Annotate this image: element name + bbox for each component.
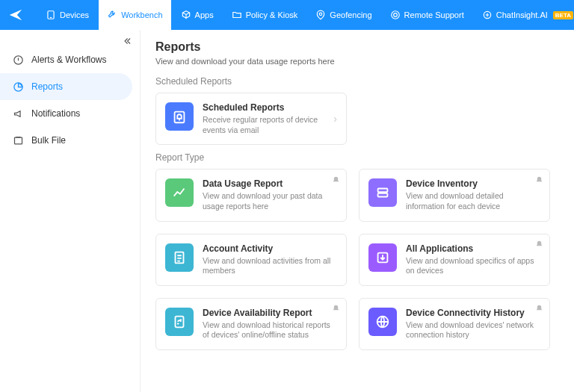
lifering-icon [390,10,401,20]
card-data-usage[interactable]: Data Usage Report View and download your… [155,169,347,221]
nav-label: ChatInsight.AI [496,10,548,19]
card-desc: View and download historical reports of … [203,320,337,340]
bell-add-icon[interactable] [330,303,342,315]
card-title: Scheduled Reports [203,102,324,113]
svg-point-2 [320,13,323,16]
bell-add-icon[interactable] [533,174,545,186]
section-report-type: Report Type [155,152,559,163]
sidebar-item-label: Bulk File [31,135,66,146]
card-title: Data Usage Report [203,178,337,189]
calendar-bell-icon [165,102,194,131]
svg-rect-9 [175,112,185,123]
bell-add-icon[interactable] [533,303,545,315]
sidebar-item-reports[interactable]: Reports [0,73,132,100]
beta-badge: BETA [553,11,573,19]
page-title: Reports [155,40,559,54]
refresh-icon [165,308,194,336]
cube-icon [181,10,191,20]
nav-workbench[interactable]: Workbench [99,0,170,30]
sidebar-item-label: Notifications [31,108,80,119]
svg-rect-8 [14,137,22,144]
download-icon [368,243,397,272]
nav-policy[interactable]: Policy & Kiosk [223,0,306,30]
topbar: Devices Workbench Apps Policy & Kiosk Ge… [0,0,574,30]
sidebar-item-label: Alerts & Workflows [31,55,106,65]
main-content: Reports View and download your data usag… [141,30,574,392]
logo[interactable] [7,4,24,26]
folder-icon [232,10,242,20]
bell-add-icon[interactable] [330,174,342,186]
card-title: Device Availability Report [203,308,337,318]
nav-label: Policy & Kiosk [246,10,298,19]
sparkle-icon [482,10,493,20]
nav-chatinsight[interactable]: ChatInsight.AI BETA [474,0,574,30]
nav-remote-support[interactable]: Remote Support [382,0,472,30]
bell-add-icon[interactable] [533,239,545,251]
nav-devices[interactable]: Devices [37,0,97,30]
file-icon [12,134,24,146]
card-desc: Receive regular reports of device events… [203,115,324,135]
wrench-icon [107,10,117,20]
nav-label: Remote Support [404,10,464,19]
sidebar-item-alerts[interactable]: Alerts & Workflows [0,46,140,73]
megaphone-icon [12,108,24,119]
server-icon [368,178,397,207]
card-desc: View and download your past data usage r… [203,191,337,211]
card-device-connectivity[interactable]: Device Connectivity History View and dow… [359,298,550,350]
svg-rect-11 [378,193,388,197]
svg-point-4 [393,13,397,17]
collapse-sidebar-button[interactable] [120,34,134,48]
card-all-applications[interactable]: All Applications View and download speci… [359,234,550,286]
chart-icon [165,178,194,207]
card-desc: View and download detailed information f… [406,191,540,211]
section-scheduled: Scheduled Reports [155,76,559,87]
card-account-activity[interactable]: Account Activity View and download activ… [155,234,347,286]
sidebar: Alerts & Workflows Reports Notifications… [0,30,141,392]
report-icon [12,81,24,93]
tablet-icon [46,10,56,20]
location-icon [315,10,326,20]
card-title: Device Inventory [406,178,540,189]
alert-icon [12,54,24,66]
card-scheduled-reports[interactable]: Scheduled Reports Receive regular report… [155,93,347,145]
card-title: Account Activity [203,243,337,254]
card-device-inventory[interactable]: Device Inventory View and download detai… [359,169,550,221]
chevron-right-icon: › [333,113,337,125]
svg-point-3 [391,11,399,19]
globe-icon [368,308,397,336]
svg-rect-10 [378,189,388,193]
nav-apps[interactable]: Apps [173,0,222,30]
card-title: All Applications [406,243,540,254]
card-desc: View and download activities from all me… [203,256,337,276]
svg-rect-14 [176,317,184,328]
clipboard-icon [165,243,194,272]
sidebar-item-notifications[interactable]: Notifications [0,100,140,127]
nav-label: Workbench [121,10,162,19]
nav-label: Geofencing [330,10,371,19]
nav-label: Apps [195,10,214,19]
card-desc: View and download devices' network conne… [406,320,540,340]
sidebar-item-label: Reports [31,81,63,92]
nav-geofencing[interactable]: Geofencing [307,0,380,30]
sidebar-item-bulk-file[interactable]: Bulk File [0,127,140,154]
page-subtitle: View and download your data usage report… [155,57,559,66]
nav-label: Devices [60,10,89,19]
card-title: Device Connectivity History [406,308,540,318]
card-device-availability[interactable]: Device Availability Report View and down… [155,298,347,350]
card-desc: View and download specifics of apps on d… [406,256,540,276]
